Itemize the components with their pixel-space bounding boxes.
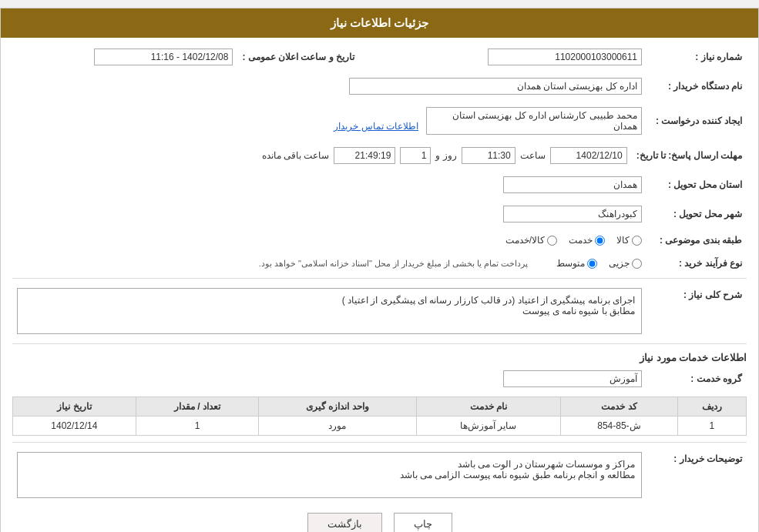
need-number-field: 1102000103000611 <box>488 49 642 65</box>
category-option-kala-khedmat[interactable]: کالا/خدمت <box>505 235 557 246</box>
info-table-row7: طبقه بندی موضوعی : کالا خدمت <box>12 232 747 249</box>
page-wrapper: جزئیات اطلاعات نیاز شماره نیاز : 1102000… <box>0 8 759 532</box>
table-row: 1ش-85-854سایر آموزش‌هامورد11402/12/14 <box>13 417 747 436</box>
info-table-row2: نام دستگاه خریدار : اداره کل بهزیستی است… <box>12 75 747 98</box>
category-radio-khedmat[interactable] <box>595 236 605 246</box>
description-label: شرح کلی نیاز : <box>646 285 747 337</box>
announce-label: تاریخ و ساعت اعلان عمومی : <box>237 45 359 69</box>
category-option-kala[interactable]: کالا <box>616 235 642 246</box>
delivery-province-field: همدان <box>503 176 642 193</box>
purchase-type-radio-group: جزیی متوسط پرداخت تمام یا بخشی از مبلغ خ… <box>17 258 642 269</box>
info-table-row4: مهلت ارسال پاسخ: تا تاریخ: 1402/12/10 سا… <box>12 144 747 167</box>
purchase-type-note: پرداخت تمام یا بخشی از مبلغ خریدار از مح… <box>259 259 529 269</box>
purchase-type-option-jozii[interactable]: جزیی <box>609 258 642 269</box>
cell-service_code: ش-85-854 <box>560 417 677 436</box>
col-quantity: تعداد / مقدار <box>136 397 259 417</box>
purchase-type-radio-jozii[interactable] <box>632 259 642 269</box>
deadline-flex: 1402/12/10 ساعت 11:30 روز و 1 21:49:19 س… <box>17 147 627 164</box>
purchase-type-label-jozii: جزیی <box>609 258 630 269</box>
category-label-kala: کالا <box>616 235 630 246</box>
separator2 <box>12 343 747 344</box>
services-header-row: ردیف کد خدمت نام خدمت واحد اندازه گیری ت… <box>13 397 747 417</box>
category-radio-kala-khedmat[interactable] <box>547 236 557 246</box>
info-table-buyer-notes: توضیحات خریدار : مراکز و موسسات شهرستان … <box>12 449 747 501</box>
time-label: ساعت <box>520 150 546 161</box>
requester-field: محمد طبیبی کارشناس اداره کل بهزیستی استا… <box>426 107 642 135</box>
info-table-description: شرح کلی نیاز : اجرای برنامه پیشگیری از ا… <box>12 285 747 337</box>
content-area: شماره نیاز : 1102000103000611 تاریخ و سا… <box>1 38 758 532</box>
need-number-label: شماره نیاز : <box>646 45 747 69</box>
col-unit: واحد اندازه گیری <box>259 397 416 417</box>
buyer-notes-field: مراکز و موسسات شهرستان در الوت می باشد م… <box>17 452 642 498</box>
description-text: اجرای برنامه پیشگیری از اعتیاد (در قالب … <box>342 295 635 316</box>
services-section-title: اطلاعات خدمات مورد نیاز <box>12 352 747 363</box>
buyer-contact-link[interactable]: اطلاعات تماس خریدار <box>334 121 418 132</box>
requester-label: ایجاد کننده درخواست : <box>646 104 747 138</box>
buyer-notes-value: مراکز و موسسات شهرستان در الوت می باشد م… <box>12 449 646 501</box>
need-number-value: 1102000103000611 <box>398 45 646 69</box>
info-table-row1: شماره نیاز : 1102000103000611 تاریخ و سا… <box>12 45 747 69</box>
buyer-org-value: اداره کل بهزیستی استان همدان <box>12 75 646 98</box>
service-group-value: آموزش <box>12 367 646 390</box>
description-field: اجرای برنامه پیشگیری از اعتیاد (در قالب … <box>17 288 642 334</box>
category-label-khedmat: خدمت <box>569 235 593 246</box>
col-service-name: نام خدمت <box>416 397 560 417</box>
category-options: کالا خدمت کالا/خدمت <box>12 232 646 249</box>
category-option-khedmat[interactable]: خدمت <box>569 235 605 246</box>
category-radio-group: کالا خدمت کالا/خدمت <box>17 235 642 246</box>
buttons-row: چاپ بازگشت <box>12 513 747 532</box>
info-table-row3: ایجاد کننده درخواست : محمد طبیبی کارشناس… <box>12 104 747 138</box>
delivery-province-value: همدان <box>12 173 646 196</box>
buyer-org-field: اداره کل بهزیستی استان همدان <box>349 78 642 95</box>
cell-unit: مورد <box>259 417 416 436</box>
purchase-type-row: جزیی متوسط پرداخت تمام یا بخشی از مبلغ خ… <box>12 255 646 272</box>
announce-field: 1402/12/08 - 11:16 <box>94 49 233 65</box>
col-date: تاریخ نیاز <box>13 397 136 417</box>
services-table-head: ردیف کد خدمت نام خدمت واحد اندازه گیری ت… <box>13 397 747 417</box>
category-label: طبقه بندی موضوعی : <box>646 232 747 249</box>
services-tbody: 1ش-85-854سایر آموزش‌هامورد11402/12/14 <box>13 417 747 436</box>
buyer-notes-text: مراکز و موسسات شهرستان در الوت می باشد م… <box>400 459 635 480</box>
separator3 <box>12 442 747 443</box>
days-label: روز و <box>435 150 456 161</box>
separator1 <box>12 278 747 279</box>
announce-value: 1402/12/08 - 11:16 <box>12 45 237 69</box>
service-group-label: گروه خدمت : <box>646 367 747 390</box>
delivery-city-label: شهر محل تحویل : <box>646 202 747 226</box>
back-button[interactable]: بازگشت <box>307 513 382 532</box>
purchase-type-label: نوع فرآیند خرید : <box>646 255 747 272</box>
purchase-type-radio-motavasset[interactable] <box>587 259 597 269</box>
purchase-type-label-motavasset: متوسط <box>556 258 585 269</box>
buyer-org-label: نام دستگاه خریدار : <box>646 75 747 98</box>
days-field: 1 <box>400 147 431 164</box>
services-table: ردیف کد خدمت نام خدمت واحد اندازه گیری ت… <box>12 396 747 436</box>
delivery-city-value: کبودراهنگ <box>12 202 646 226</box>
cell-row_num: 1 <box>677 417 746 436</box>
requester-value: محمد طبیبی کارشناس اداره کل بهزیستی استا… <box>12 104 646 138</box>
cell-quantity: 1 <box>136 417 259 436</box>
category-radio-kala[interactable] <box>632 236 642 246</box>
page-title: جزئیات اطلاعات نیاز <box>331 16 428 29</box>
buyer-notes-label: توضیحات خریدار : <box>646 449 747 501</box>
time-field: 11:30 <box>462 147 516 164</box>
remaining-field: 21:49:19 <box>334 147 395 164</box>
purchase-type-option-motavasset[interactable]: متوسط <box>556 258 597 269</box>
col-service-code: کد خدمت <box>560 397 677 417</box>
col-row-num: ردیف <box>677 397 746 417</box>
info-table-row8: نوع فرآیند خرید : جزیی متوسط پرداخت تمام… <box>12 255 747 272</box>
response-deadline-label: مهلت ارسال پاسخ: تا تاریخ: <box>632 144 747 167</box>
info-table-service-group: گروه خدمت : آموزش <box>12 367 747 390</box>
delivery-city-field: کبودراهنگ <box>503 206 642 223</box>
description-value: اجرای برنامه پیشگیری از اعتیاد (در قالب … <box>12 285 646 337</box>
info-table-row5: استان محل تحویل : همدان <box>12 173 747 196</box>
date-field: 1402/12/10 <box>550 147 627 164</box>
cell-service_name: سایر آموزش‌ها <box>416 417 560 436</box>
category-label-kala-khedmat: کالا/خدمت <box>505 235 545 246</box>
service-group-field: آموزش <box>503 370 642 387</box>
remaining-label: ساعت باقی مانده <box>262 150 330 161</box>
deadline-row: 1402/12/10 ساعت 11:30 روز و 1 21:49:19 س… <box>12 144 632 167</box>
delivery-province-label: استان محل تحویل : <box>646 173 747 196</box>
info-table-row6: شهر محل تحویل : کبودراهنگ <box>12 202 747 226</box>
page-header: جزئیات اطلاعات نیاز <box>1 8 758 38</box>
print-button[interactable]: چاپ <box>394 513 452 532</box>
